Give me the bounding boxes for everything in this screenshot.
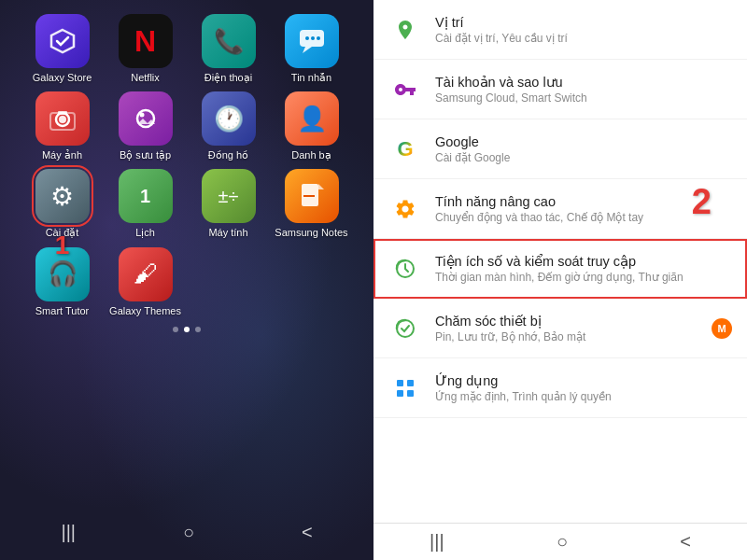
app-item-calculator[interactable]: ±÷Máy tính	[189, 169, 268, 239]
settings-subtitle-account: Samsung Cloud, Smart Switch	[435, 91, 732, 105]
dot-3	[195, 327, 201, 332]
app-item-calendar[interactable]: 1Lịch	[106, 169, 185, 239]
app-item-settings[interactable]: ⚙Cài đặt1	[22, 169, 102, 239]
right-panel: Vị tríCài đặt vị trí, Yêu cầu vị tríTài …	[374, 0, 747, 560]
svg-point-5	[59, 116, 66, 123]
app-icon-clock: 🕐	[202, 91, 256, 146]
svg-point-8	[137, 110, 154, 127]
recents-button[interactable]: <	[302, 522, 313, 543]
settings-icon-digital	[388, 252, 422, 286]
settings-title-digital: Tiện ích số và kiểm soát truy cập	[435, 254, 732, 269]
app-item-netflix[interactable]: NNetflix	[106, 14, 185, 84]
settings-home-button[interactable]: ○	[557, 531, 568, 553]
settings-item-location[interactable]: Vị tríCài đặt vị trí, Yêu cầu vị trí	[374, 0, 747, 60]
settings-text-advanced: Tính năng nâng caoChuyển động và thao tá…	[435, 194, 732, 224]
dots-row	[173, 327, 201, 332]
app-icon-netflix: N	[119, 14, 173, 68]
settings-text-google: GoogleCài đặt Google	[435, 134, 732, 164]
app-item-phone[interactable]: 📞Điện thoại	[189, 14, 268, 84]
settings-item-account[interactable]: Tài khoản và sao lưuSamsung Cloud, Smart…	[374, 60, 747, 119]
settings-title-advanced: Tính năng nâng cao	[435, 194, 732, 209]
app-grid: Galaxy StoreNNetflix📞Điện thoạiTin nhắnM…	[22, 14, 351, 317]
svg-rect-15	[397, 380, 403, 386]
settings-title-care: Chăm sóc thiết bị	[435, 314, 712, 329]
app-icon-notes	[285, 169, 339, 223]
settings-title-apps: Ứng dụng	[435, 373, 732, 388]
app-item-galaxy-store[interactable]: Galaxy Store	[22, 14, 102, 84]
settings-subtitle-advanced: Chuyển động và thao tác, Chế độ Một tay	[435, 211, 732, 224]
svg-rect-16	[407, 380, 414, 386]
number-1-badge: 1	[55, 231, 70, 260]
app-label-calendar: Lịch	[135, 227, 155, 239]
app-icon-contacts: 👤	[285, 91, 339, 146]
app-label-themes: Galaxy Themes	[109, 305, 181, 317]
settings-title-google: Google	[435, 134, 732, 149]
settings-subtitle-care: Pin, Lưu trữ, Bộ nhớ, Bảo mật	[435, 330, 712, 343]
app-label-messages: Tin nhắn	[291, 72, 331, 84]
app-label-clock: Đồng hồ	[208, 149, 248, 161]
settings-subtitle-digital: Thời gian màn hình, Đếm giờ ứng dụng, Th…	[435, 271, 732, 284]
app-label-gallery: Bộ sưu tập	[120, 149, 171, 161]
app-icon-calculator: ±÷	[202, 169, 256, 223]
settings-title-location: Vị trí	[435, 15, 732, 30]
settings-subtitle-google: Cài đặt Google	[435, 151, 732, 164]
svg-point-9	[139, 113, 144, 118]
app-item-clock[interactable]: 🕐Đồng hồ	[189, 91, 268, 161]
app-item-messages[interactable]: Tin nhắn	[272, 14, 351, 84]
settings-subtitle-location: Cài đặt vị trí, Yêu cầu vị trí	[435, 32, 732, 45]
svg-point-3	[317, 36, 320, 40]
settings-item-google[interactable]: GGoogleCài đặt Google	[374, 119, 747, 179]
app-icon-gallery	[119, 91, 173, 146]
settings-subtitle-apps: Ứng mặc định, Trình quản lý quyền	[435, 390, 732, 403]
app-label-phone: Điện thoại	[204, 72, 252, 84]
settings-text-account: Tài khoản và sao lưuSamsung Cloud, Smart…	[435, 75, 732, 105]
app-icon-themes: 🖌	[119, 247, 173, 301]
app-item-themes[interactable]: 🖌Galaxy Themes	[106, 247, 185, 317]
dot-2	[184, 327, 190, 332]
settings-icon-location	[388, 13, 422, 47]
svg-marker-12	[318, 184, 324, 189]
settings-item-advanced[interactable]: Tính năng nâng caoChuyển động và thao tá…	[374, 179, 747, 239]
settings-recents-button[interactable]: <	[680, 531, 691, 553]
left-nav-bar: ||| ○ <	[7, 514, 366, 551]
svg-point-1	[305, 36, 309, 40]
app-label-notes: Samsung Notes	[275, 227, 347, 239]
app-icon-calendar: 1	[119, 169, 173, 223]
settings-text-location: Vị tríCài đặt vị trí, Yêu cầu vị trí	[435, 15, 732, 45]
svg-rect-18	[407, 390, 414, 397]
app-item-notes[interactable]: Samsung Notes	[272, 169, 351, 239]
settings-item-care[interactable]: Chăm sóc thiết bịPin, Lưu trữ, Bộ nhớ, B…	[374, 299, 747, 358]
settings-text-apps: Ứng dụngỨng mặc định, Trình quản lý quyề…	[435, 373, 732, 403]
app-label-calculator: Máy tính	[208, 227, 247, 239]
settings-icon-google: G	[388, 133, 422, 166]
app-label-camera: Máy ảnh	[42, 149, 82, 161]
settings-icon-account	[388, 73, 422, 106]
back-button[interactable]: |||	[61, 522, 76, 543]
app-item-contacts[interactable]: 👤Danh bạ	[272, 91, 351, 161]
settings-item-digital[interactable]: Tiện ích số và kiểm soát truy cậpThời gi…	[374, 239, 747, 299]
left-panel: Galaxy StoreNNetflix📞Điện thoạiTin nhắnM…	[0, 0, 374, 560]
app-item-camera[interactable]: Máy ảnh	[22, 91, 102, 161]
app-label-contacts: Danh bạ	[291, 149, 331, 161]
dot-1	[173, 327, 178, 332]
settings-icon-care	[388, 312, 422, 345]
settings-badge-care: M	[712, 318, 732, 339]
settings-back-button[interactable]: |||	[430, 531, 444, 553]
home-button[interactable]: ○	[183, 522, 194, 543]
svg-rect-11	[303, 195, 315, 197]
settings-nav-bar: ||| ○ <	[374, 523, 747, 560]
app-icon-settings: ⚙	[35, 169, 90, 223]
settings-text-digital: Tiện ích số và kiểm soát truy cậpThời gi…	[435, 254, 732, 284]
settings-item-apps[interactable]: Ứng dụngỨng mặc định, Trình quản lý quyề…	[374, 358, 747, 418]
app-icon-phone: 📞	[202, 14, 256, 68]
settings-title-account: Tài khoản và sao lưu	[435, 75, 732, 90]
app-icon-camera	[35, 91, 90, 146]
app-label-galaxy-store: Galaxy Store	[33, 72, 92, 84]
app-item-gallery[interactable]: Bộ sưu tập	[106, 91, 185, 161]
app-icon-galaxy-store	[35, 14, 90, 68]
app-icon-messages	[285, 14, 339, 68]
settings-text-care: Chăm sóc thiết bịPin, Lưu trữ, Bộ nhớ, B…	[435, 314, 712, 343]
settings-icon-apps	[388, 371, 422, 405]
app-label-tutor: Smart Tutor	[35, 305, 89, 317]
settings-icon-advanced	[388, 192, 422, 226]
